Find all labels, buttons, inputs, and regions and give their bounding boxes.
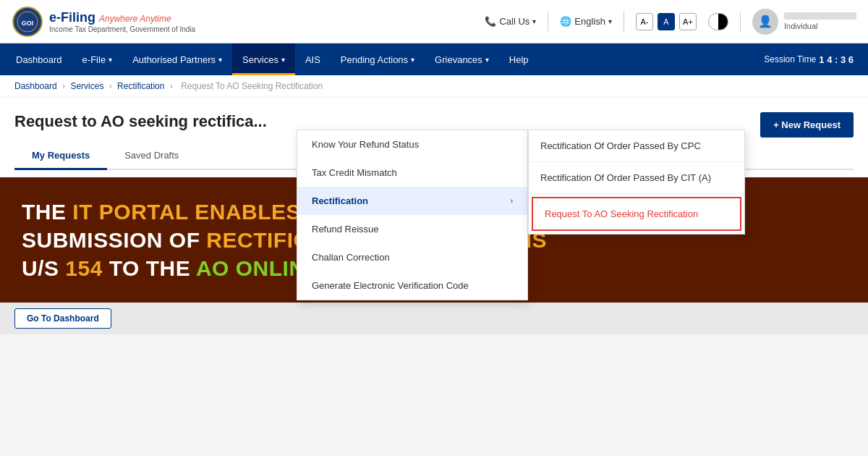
avatar: 👤 [752, 9, 778, 35]
breadcrumb-current: Request To AO Seeking Rectification [181, 81, 323, 91]
sub-dropdown: Rectification Of Order Passed By CPC Rec… [528, 130, 745, 235]
banner-line3-normal: TO THE [103, 256, 196, 280]
lang-caret: ▾ [608, 17, 612, 25]
sub-item-cpc[interactable]: Rectification Of Order Passed By CPC [529, 130, 744, 162]
call-caret: ▾ [532, 17, 536, 25]
nav-grievances[interactable]: Grievances ▾ [425, 43, 499, 75]
breadcrumb-services[interactable]: Services [70, 81, 103, 91]
dropdown-generate-evc[interactable]: Generate Electronic Verification Code [297, 271, 527, 300]
logo-dept: Income Tax Department, Government of Ind… [49, 25, 195, 33]
divider-1 [548, 12, 548, 32]
dropdown-refund-reissue[interactable]: Refund Reissue [297, 215, 527, 243]
pending-caret: ▾ [411, 56, 414, 64]
logo-text: e-Filing Anywhere Anytime Income Tax Dep… [49, 10, 195, 33]
divider-3 [740, 12, 741, 32]
new-request-button[interactable]: + New Request [760, 112, 854, 138]
grievances-caret: ▾ [485, 56, 489, 64]
tab-saved-drafts[interactable]: Saved Drafts [107, 143, 196, 169]
banner-highlight-1: IT PORTAL ENABLES [72, 200, 301, 224]
user-name-area: Individual [784, 12, 856, 30]
font-normal-button[interactable]: A [658, 13, 675, 30]
session-area: Session Time 1 4 : 3 6 [755, 43, 862, 75]
breadcrumb-rectification[interactable]: Rectification [117, 81, 164, 91]
nav-pending-actions[interactable]: Pending Actions ▾ [331, 43, 425, 75]
nav-help[interactable]: Help [499, 43, 539, 75]
dropdown-challan-correction[interactable]: Challan Correction [297, 243, 527, 271]
svg-text:GOI: GOI [22, 20, 34, 27]
auth-caret: ▾ [218, 56, 222, 64]
banner-highlight-3: 154 [65, 256, 103, 280]
emblem-icon: GOI [12, 6, 43, 38]
font-large-button[interactable]: A+ [679, 13, 697, 30]
go-to-dashboard-button[interactable]: Go To Dashboard [14, 308, 111, 329]
logo-area: GOI e-Filing Anywhere Anytime Income Tax… [12, 6, 476, 38]
efile-caret: ▾ [109, 56, 112, 64]
page-title: Request to AO seeking rectifica... [14, 112, 854, 131]
contrast-button[interactable] [708, 13, 728, 30]
tab-my-requests[interactable]: My Requests [14, 143, 107, 170]
rectification-chevron: › [511, 197, 513, 205]
top-bar: GOI e-Filing Anywhere Anytime Income Tax… [0, 0, 868, 43]
phone-icon: 📞 [485, 16, 496, 27]
banner-line2-start: SUBMISSION OF [22, 228, 206, 252]
language-button[interactable]: 🌐 English ▾ [560, 16, 612, 27]
user-name-blurred [784, 12, 856, 20]
font-small-button[interactable]: A- [636, 13, 653, 30]
banner-line3-start: U/S [22, 256, 65, 280]
nav-services[interactable]: Services ▾ [232, 43, 295, 75]
nav-bar: Dashboard e-File ▾ Authorised Partners ▾… [0, 43, 868, 75]
nav-ais[interactable]: AIS [295, 43, 331, 75]
banner-line1-normal: THE [22, 200, 72, 224]
breadcrumb: Dashboard › Services › Rectification › R… [0, 75, 868, 98]
dropdown-tax-credit[interactable]: Tax Credit Mismatch [297, 159, 527, 187]
user-area: 👤 Individual [752, 9, 856, 35]
globe-icon: 🌐 [560, 16, 571, 27]
divider-2 [624, 12, 624, 32]
logo-tagline: Anywhere Anytime [99, 14, 171, 24]
session-time: 1 4 : 3 6 [819, 54, 854, 65]
services-caret: ▾ [281, 56, 285, 64]
footer-bar: Go To Dashboard [0, 303, 868, 334]
dropdown-rectification[interactable]: Rectification › [297, 187, 527, 215]
breadcrumb-dashboard[interactable]: Dashboard [14, 81, 57, 91]
nav-dashboard[interactable]: Dashboard [6, 43, 72, 75]
font-controls: A- A A+ [636, 13, 697, 30]
main-content: Request to AO seeking rectifica... My Re… [0, 98, 868, 177]
sub-item-ao[interactable]: Request To AO Seeking Rectification [532, 197, 741, 231]
top-actions: 📞 Call Us ▾ 🌐 English ▾ A- A A+ 👤 Indivi… [485, 9, 856, 35]
call-us-button[interactable]: 📞 Call Us ▾ [485, 16, 536, 27]
dropdown-know-refund[interactable]: Know Your Refund Status [297, 130, 527, 159]
logo-efiling: e-Filing Anywhere Anytime [49, 10, 195, 25]
services-dropdown: Know Your Refund Status Tax Credit Misma… [297, 130, 528, 300]
user-type: Individual [784, 22, 856, 30]
nav-efile[interactable]: e-File ▾ [72, 43, 123, 75]
nav-authorised-partners[interactable]: Authorised Partners ▾ [122, 43, 232, 75]
sub-item-cit[interactable]: Rectification Of Order Passed By CIT (A) [529, 162, 744, 194]
